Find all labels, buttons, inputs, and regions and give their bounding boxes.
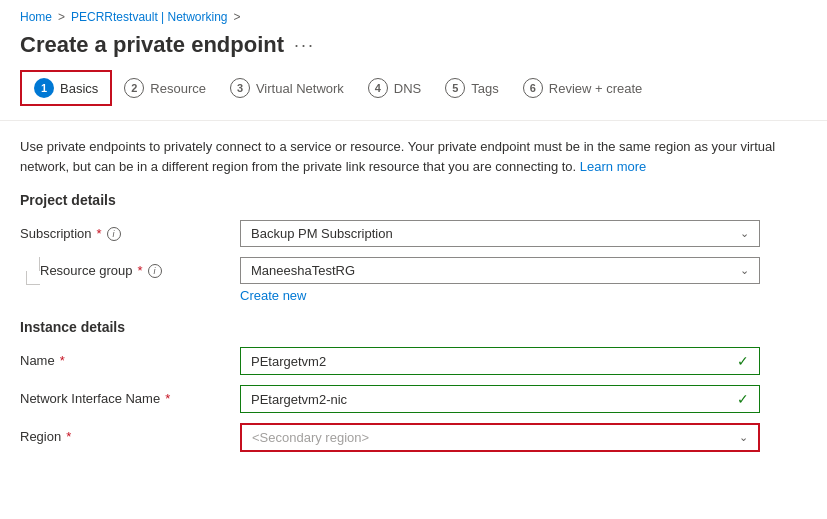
- resource-group-label: Resource group * i: [40, 263, 240, 278]
- breadcrumb: Home > PECRRtestvault | Networking >: [0, 0, 827, 30]
- resource-group-control: ManeeshaTestRG ⌄ Create new: [240, 257, 760, 303]
- tab-basics-label: Basics: [60, 81, 98, 96]
- subscription-chevron-icon: ⌄: [740, 227, 749, 240]
- page-title: Create a private endpoint: [20, 32, 284, 58]
- region-row: Region * <Secondary region> ⌄: [20, 423, 807, 452]
- subscription-control: Backup PM Subscription ⌄: [240, 220, 760, 247]
- region-label: Region *: [20, 429, 240, 444]
- tab-virtual-network-label: Virtual Network: [256, 81, 344, 96]
- name-required: *: [60, 353, 65, 368]
- region-required: *: [66, 429, 71, 444]
- resource-group-required: *: [138, 263, 143, 278]
- breadcrumb-vault[interactable]: PECRRtestvault | Networking: [71, 10, 228, 24]
- step-circle-tags: 5: [445, 78, 465, 98]
- nic-control: PEtargetvm2-nic ✓: [240, 385, 760, 413]
- step-circle-vnet: 3: [230, 78, 250, 98]
- nic-check-icon: ✓: [737, 391, 749, 407]
- tab-dns-label: DNS: [394, 81, 421, 96]
- project-details-title: Project details: [20, 192, 807, 208]
- name-control: PEtargetvm2 ✓: [240, 347, 760, 375]
- tab-virtual-network[interactable]: 3 Virtual Network: [218, 72, 356, 104]
- nic-label: Network Interface Name *: [20, 391, 240, 406]
- region-label-col: Region *: [20, 423, 240, 444]
- nic-label-col: Network Interface Name *: [20, 385, 240, 406]
- learn-more-link[interactable]: Learn more: [580, 159, 646, 174]
- resource-group-label-col: Resource group * i: [40, 257, 240, 278]
- region-control: <Secondary region> ⌄: [240, 423, 760, 452]
- tab-review-create-label: Review + create: [549, 81, 643, 96]
- tab-dns[interactable]: 4 DNS: [356, 72, 433, 104]
- resource-group-row: Resource group * i ManeeshaTestRG ⌄ Crea…: [20, 257, 807, 303]
- breadcrumb-home[interactable]: Home: [20, 10, 52, 24]
- create-new-link[interactable]: Create new: [240, 288, 760, 303]
- content-area: Use private endpoints to privately conne…: [0, 121, 827, 478]
- name-label: Name *: [20, 353, 240, 368]
- tab-review-create[interactable]: 6 Review + create: [511, 72, 655, 104]
- tab-resource[interactable]: 2 Resource: [112, 72, 218, 104]
- name-dropdown[interactable]: PEtargetvm2 ✓: [240, 347, 760, 375]
- description-text: Use private endpoints to privately conne…: [20, 137, 780, 176]
- project-details-section: Project details Subscription * i Backup …: [20, 192, 807, 303]
- name-label-col: Name *: [20, 347, 240, 368]
- subscription-info-icon[interactable]: i: [107, 227, 121, 241]
- step-circle-review: 6: [523, 78, 543, 98]
- resource-group-chevron-icon: ⌄: [740, 264, 749, 277]
- tab-basics[interactable]: 1 Basics: [20, 70, 112, 106]
- name-check-icon: ✓: [737, 353, 749, 369]
- subscription-label-col: Subscription * i: [20, 220, 240, 241]
- region-chevron-icon: ⌄: [739, 431, 748, 444]
- resource-group-info-icon[interactable]: i: [148, 264, 162, 278]
- breadcrumb-sep2: >: [234, 10, 241, 24]
- step-circle-basics: 1: [34, 78, 54, 98]
- tab-tags-label: Tags: [471, 81, 498, 96]
- name-row: Name * PEtargetvm2 ✓: [20, 347, 807, 375]
- tab-tags[interactable]: 5 Tags: [433, 72, 510, 104]
- nic-row: Network Interface Name * PEtargetvm2-nic…: [20, 385, 807, 413]
- step-circle-dns: 4: [368, 78, 388, 98]
- resource-group-dropdown[interactable]: ManeeshaTestRG ⌄: [240, 257, 760, 284]
- nic-required: *: [165, 391, 170, 406]
- instance-details-title: Instance details: [20, 319, 807, 335]
- steps-bar: 1 Basics 2 Resource 3 Virtual Network 4 …: [0, 70, 827, 121]
- region-dropdown[interactable]: <Secondary region> ⌄: [240, 423, 760, 452]
- region-placeholder: <Secondary region>: [252, 430, 369, 445]
- subscription-row: Subscription * i Backup PM Subscription …: [20, 220, 807, 247]
- step-circle-resource: 2: [124, 78, 144, 98]
- page-title-dots[interactable]: ···: [294, 35, 315, 56]
- subscription-label: Subscription * i: [20, 226, 240, 241]
- subscription-dropdown[interactable]: Backup PM Subscription ⌄: [240, 220, 760, 247]
- breadcrumb-sep1: >: [58, 10, 65, 24]
- instance-details-section: Instance details Name * PEtargetvm2 ✓ Ne…: [20, 319, 807, 452]
- page-title-row: Create a private endpoint ···: [0, 30, 827, 70]
- nic-dropdown[interactable]: PEtargetvm2-nic ✓: [240, 385, 760, 413]
- tab-resource-label: Resource: [150, 81, 206, 96]
- subscription-required: *: [97, 226, 102, 241]
